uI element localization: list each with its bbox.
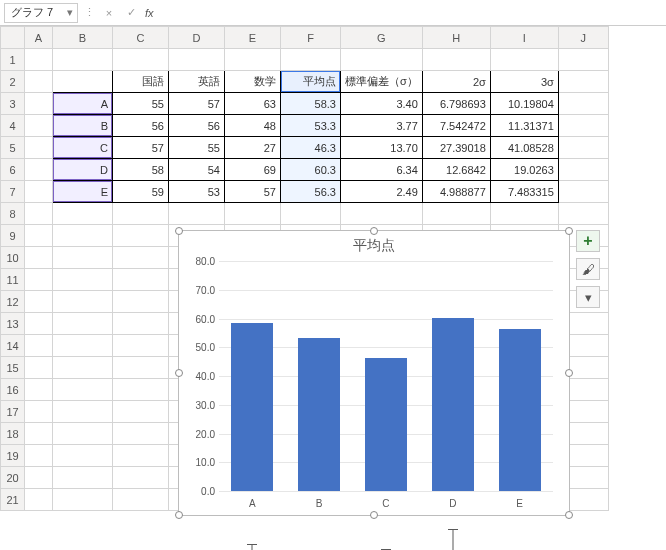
cell[interactable]: C	[53, 137, 113, 159]
select-all[interactable]	[1, 27, 25, 49]
cell[interactable]: 3.40	[341, 93, 423, 115]
cell[interactable]: 標準偏差（σ）	[341, 71, 423, 93]
cell[interactable]: 6.798693	[422, 93, 490, 115]
cell[interactable]: 12.6842	[422, 159, 490, 181]
chart-plot-area[interactable]: 0.010.020.030.040.050.060.070.080.0ABCDE	[219, 261, 553, 491]
row-header[interactable]: 2	[1, 71, 25, 93]
cell[interactable]: 60.3	[281, 159, 341, 181]
row-header[interactable]: 17	[1, 401, 25, 423]
row-header[interactable]: 16	[1, 379, 25, 401]
cell[interactable]: 英語	[169, 71, 225, 93]
cell[interactable]: 53.3	[281, 115, 341, 137]
row-header[interactable]: 9	[1, 225, 25, 247]
cell[interactable]: 2σ	[422, 71, 490, 93]
cell[interactable]: 56	[113, 115, 169, 137]
cell[interactable]	[53, 71, 113, 93]
col-header[interactable]: G	[341, 27, 423, 49]
cell[interactable]: 3σ	[490, 71, 558, 93]
col-header[interactable]: B	[53, 27, 113, 49]
formula-input[interactable]	[160, 3, 662, 23]
cell[interactable]: 55	[113, 93, 169, 115]
cell[interactable]: 54	[169, 159, 225, 181]
cell[interactable]: 53	[169, 181, 225, 203]
cell[interactable]: 56	[169, 115, 225, 137]
row-header[interactable]: 7	[1, 181, 25, 203]
chart-style-button[interactable]: 🖌	[576, 258, 600, 280]
row-header[interactable]: 3	[1, 93, 25, 115]
col-header[interactable]: J	[558, 27, 608, 49]
cell[interactable]: 4.988877	[422, 181, 490, 203]
cell[interactable]: 11.31371	[490, 115, 558, 137]
enter-button[interactable]: ✓	[123, 6, 139, 19]
cell[interactable]: 59	[113, 181, 169, 203]
y-tick-label: 40.0	[185, 371, 215, 382]
cell-selected-header[interactable]: 平均点	[281, 71, 341, 93]
row-header[interactable]: 5	[1, 137, 25, 159]
cell[interactable]: 7.483315	[490, 181, 558, 203]
cell[interactable]: 27.39018	[422, 137, 490, 159]
chart-bar[interactable]	[298, 338, 340, 491]
col-header[interactable]: H	[422, 27, 490, 49]
cell[interactable]: 3.77	[341, 115, 423, 137]
cell[interactable]: 10.19804	[490, 93, 558, 115]
cell[interactable]: 数学	[225, 71, 281, 93]
row-header[interactable]: 10	[1, 247, 25, 269]
cell[interactable]: 19.0263	[490, 159, 558, 181]
row-header[interactable]: 15	[1, 357, 25, 379]
row-header[interactable]: 1	[1, 49, 25, 71]
name-box[interactable]: グラフ 7 ▾	[4, 3, 78, 23]
row-header[interactable]: 12	[1, 291, 25, 313]
cancel-button[interactable]: ×	[101, 7, 117, 19]
cell[interactable]: 13.70	[341, 137, 423, 159]
chart-bar[interactable]	[499, 329, 541, 491]
cell[interactable]: 27	[225, 137, 281, 159]
cell[interactable]: 48	[225, 115, 281, 137]
row-header[interactable]: 20	[1, 467, 25, 489]
cell[interactable]: 41.08528	[490, 137, 558, 159]
col-header[interactable]: C	[113, 27, 169, 49]
cell[interactable]: 46.3	[281, 137, 341, 159]
col-header[interactable]: D	[169, 27, 225, 49]
row-header[interactable]: 6	[1, 159, 25, 181]
row-header[interactable]: 21	[1, 489, 25, 511]
table-row: 6 D 58 54 69 60.3 6.34 12.6842 19.0263	[1, 159, 609, 181]
spreadsheet[interactable]: A B C D E F G H I J 1 2 国語 英語 数学 平均点 標準偏…	[0, 26, 666, 511]
row-header[interactable]: 18	[1, 423, 25, 445]
col-header[interactable]: F	[281, 27, 341, 49]
chart-bar[interactable]	[432, 318, 474, 491]
cell[interactable]: 58	[113, 159, 169, 181]
chart-bar[interactable]	[231, 323, 273, 491]
cell[interactable]: 55	[169, 137, 225, 159]
name-box-text: グラフ 7	[11, 5, 53, 20]
row-header[interactable]: 11	[1, 269, 25, 291]
cell[interactable]: 57	[113, 137, 169, 159]
chart-add-element-button[interactable]: +	[576, 230, 600, 252]
cell[interactable]: 63	[225, 93, 281, 115]
col-header[interactable]: A	[25, 27, 53, 49]
row-header[interactable]: 8	[1, 203, 25, 225]
cell[interactable]: E	[53, 181, 113, 203]
cell[interactable]: 7.542472	[422, 115, 490, 137]
cell[interactable]: 69	[225, 159, 281, 181]
cell[interactable]: 56.3	[281, 181, 341, 203]
cell[interactable]: 6.34	[341, 159, 423, 181]
fx-label[interactable]: fx	[145, 7, 154, 19]
cell[interactable]: D	[53, 159, 113, 181]
row-header[interactable]: 4	[1, 115, 25, 137]
embedded-chart[interactable]: 平均点 0.010.020.030.040.050.060.070.080.0A…	[178, 230, 570, 516]
row-header[interactable]: 14	[1, 335, 25, 357]
row-header[interactable]: 13	[1, 313, 25, 335]
cell[interactable]: A	[53, 93, 113, 115]
cell[interactable]: 57	[225, 181, 281, 203]
chart-bar[interactable]	[365, 358, 407, 491]
chart-filter-button[interactable]: ▾	[576, 286, 600, 308]
cell[interactable]: 58.3	[281, 93, 341, 115]
y-tick-label: 50.0	[185, 342, 215, 353]
cell[interactable]: 2.49	[341, 181, 423, 203]
cell[interactable]: 57	[169, 93, 225, 115]
row-header[interactable]: 19	[1, 445, 25, 467]
cell[interactable]: 国語	[113, 71, 169, 93]
col-header[interactable]: E	[225, 27, 281, 49]
col-header[interactable]: I	[490, 27, 558, 49]
cell[interactable]: B	[53, 115, 113, 137]
